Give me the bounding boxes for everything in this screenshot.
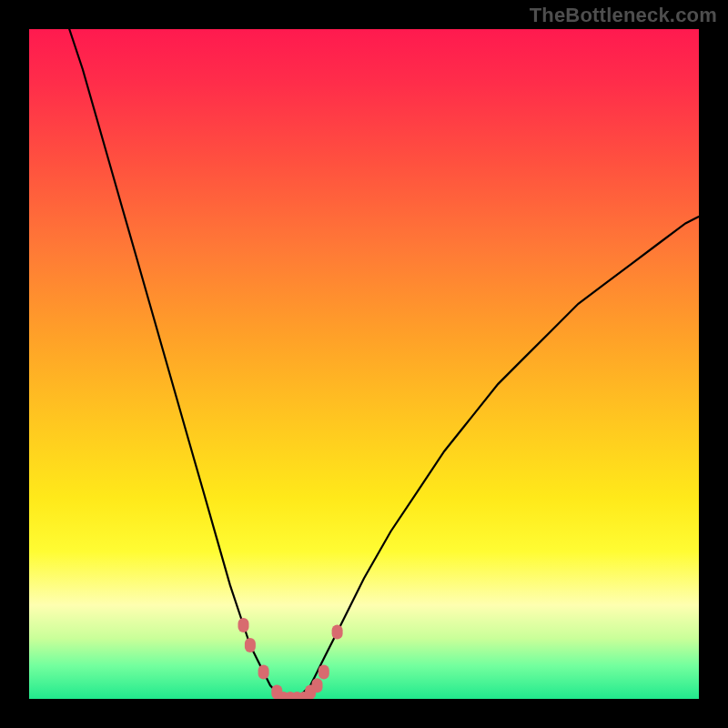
- marker-group: [238, 618, 343, 699]
- curve-marker: [245, 638, 256, 652]
- curve-layer: [29, 29, 699, 699]
- watermark-text: TheBottleneck.com: [530, 4, 717, 27]
- curve-marker: [238, 618, 249, 632]
- bottleneck-curve: [69, 29, 699, 699]
- curve-marker: [318, 665, 329, 680]
- curve-marker: [258, 665, 269, 680]
- chart-frame: TheBottleneck.com: [0, 0, 728, 728]
- plot-area: [29, 29, 699, 699]
- curve-marker: [332, 624, 343, 639]
- curve-marker: [312, 678, 323, 693]
